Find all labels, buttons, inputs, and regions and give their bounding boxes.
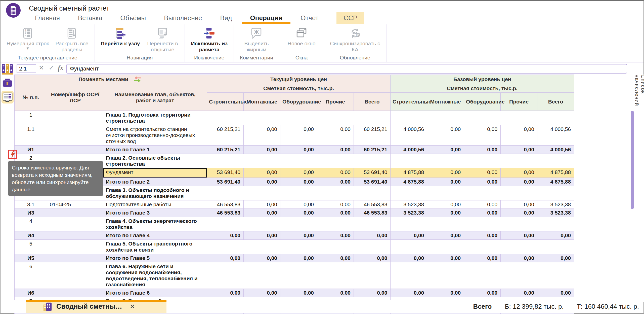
cell-base-0[interactable]: 0,00 [391,231,427,240]
cell-base-2[interactable]: 0,00 [464,146,501,154]
cell-base-4[interactable]: 3 523,38 [537,209,574,217]
cell-base-2[interactable]: 0,00 [464,178,501,186]
cell-num[interactable]: 1.1 [15,125,47,146]
cell-current-4[interactable]: 46 553,83 [354,200,391,209]
ribbon-button-3-0[interactable]: ЖВыделить жирным [240,27,273,53]
cell-current-0[interactable]: 0,00 [207,231,244,240]
cell-current-blank[interactable] [207,240,391,254]
cell-base-2[interactable]: 0,00 [464,254,501,262]
cell-base-3[interactable]: 0,00 [501,200,537,209]
cell-name[interactable]: Глава 2. Основные объекты строительства [103,154,207,168]
cell-base-3[interactable]: 0,00 [501,289,537,297]
tab-6[interactable]: Отчет [300,12,318,24]
cell-base-0[interactable]: 4 000,56 [391,146,427,154]
cell-current-0[interactable]: 0,00 [207,254,244,262]
cell-base-4[interactable]: 4 000,56 [537,146,574,154]
cell-base-1[interactable]: 0,00 [427,146,464,154]
cell-current-2[interactable]: 0,00 [280,125,317,146]
cell-base-4[interactable]: 0,00 [537,289,574,297]
cell-current-4[interactable]: 53 691,40 [354,178,391,186]
cell-current-3[interactable]: 0,00 [317,146,354,154]
cell-current-2[interactable]: 0,00 [280,254,317,262]
cell-current-3[interactable]: 0,00 [317,168,354,178]
cell-current-0[interactable]: 0,00 [207,289,244,297]
cell-name[interactable]: Итого по Главе 3 [103,209,207,217]
cell-code[interactable] [47,209,103,217]
cell-name[interactable]: Подготовительные работы [103,200,207,209]
cell-current-3[interactable]: 0,00 [317,200,354,209]
estimate-doc-icon[interactable] [2,91,14,103]
cell-current-2[interactable]: 0,00 [280,209,317,217]
ribbon-button-4-0[interactable]: Новое окно [285,27,318,53]
cell-current-1[interactable]: 0,00 [244,209,280,217]
tab-1[interactable]: Вставка [78,12,102,24]
cell-base-0[interactable]: 3 523,38 [391,209,427,217]
cell-base-3[interactable]: 0,00 [501,168,537,178]
cell-name[interactable]: Глава 6. Наружные сети и сооружения водо… [103,262,207,289]
cell-current-1[interactable]: 0,00 [244,200,280,209]
cell-code[interactable] [47,146,103,154]
cell-base-4[interactable]: 4 000,56 [537,125,574,146]
cell-current-4[interactable]: 0,00 [354,231,391,240]
cell-num[interactable]: И6 [15,289,47,297]
cell-base-2[interactable]: 0,00 [464,125,501,146]
cell-name[interactable]: Итого по Главе 2 [103,178,207,186]
cell-code[interactable] [47,125,103,146]
cell-base-0[interactable]: 4 875,88 [391,168,427,178]
cell-num[interactable]: И4 [15,231,47,240]
cell-base-1[interactable]: 0,00 [427,231,464,240]
cell-code[interactable] [47,254,103,262]
cell-current-0[interactable]: 46 553,83 [207,209,244,217]
cell-num[interactable]: 5 [15,240,47,254]
cell-current-2[interactable]: 0,00 [280,200,317,209]
tab-5[interactable]: Операции [250,12,283,24]
accruals-list-tab[interactable]: Список начислений [636,75,644,124]
vertical-scrollbar[interactable] [631,111,634,209]
cell-base-blank[interactable] [391,240,574,254]
tab-2[interactable]: Объёмы [120,12,146,24]
briefcase-icon[interactable] [3,78,12,88]
cell-num[interactable]: И5 [15,254,47,262]
cell-name[interactable]: Глава 5. Объекты транспортного хозяйства… [103,240,207,254]
cell-current-0[interactable]: 53 691,40 [207,178,244,186]
cell-base-3[interactable]: 0,00 [501,178,537,186]
cell-current-1[interactable]: 0,00 [244,146,280,154]
ribbon-button-5-0[interactable]: КАСинхронизировать с КА [330,27,380,53]
cell-num[interactable]: 3.1 [15,200,47,209]
cell-base-1[interactable]: 0,00 [427,168,464,178]
cell-base-3[interactable]: 0,00 [501,146,537,154]
cancel-icon[interactable]: ✕ [39,64,44,72]
cell-current-2[interactable]: 0,00 [280,146,317,154]
cell-current-blank[interactable] [207,217,391,231]
cell-base-2[interactable]: 0,00 [464,289,501,297]
cell-base-blank[interactable] [391,186,574,200]
close-icon[interactable]: ✕ [130,303,135,310]
tab-0[interactable]: Главная [35,12,60,24]
cell-current-0[interactable]: 60 215,21 [207,125,244,146]
cell-current-2[interactable]: 0,00 [280,168,317,178]
cell-current-3[interactable]: 0,00 [317,125,354,146]
cell-num[interactable]: 6 [15,262,47,289]
cell-code[interactable] [47,262,103,289]
cell-current-4[interactable]: 0,00 [354,254,391,262]
cell-code[interactable] [47,217,103,231]
cell-current-0[interactable]: 46 553,83 [207,200,244,209]
cell-base-2[interactable]: 0,00 [464,200,501,209]
ribbon-button-0-1[interactable]: Раскрыть все разделы [56,27,89,53]
cell-current-3[interactable]: 0,00 [317,178,354,186]
cell-base-2[interactable]: 0,00 [464,209,501,217]
cell-current-blank[interactable] [207,154,391,168]
tab-4[interactable]: Вид [220,12,232,24]
cell-base-3[interactable]: 0,00 [501,254,537,262]
cell-current-blank[interactable] [207,262,391,289]
tab-7[interactable]: ССР [336,12,364,24]
cell-code[interactable] [47,240,103,254]
cell-current-3[interactable]: 0,00 [317,289,354,297]
cell-num[interactable]: И3 [15,209,47,217]
cell-name[interactable]: Итого по Главе 6 [103,289,207,297]
cell-name[interactable]: Итого по Главе 5 [103,254,207,262]
function-icon[interactable]: fx [58,64,64,72]
cell-current-2[interactable]: 0,00 [280,231,317,240]
cell-base-4[interactable]: 3 523,38 [537,200,574,209]
cell-base-1[interactable]: 0,00 [427,200,464,209]
